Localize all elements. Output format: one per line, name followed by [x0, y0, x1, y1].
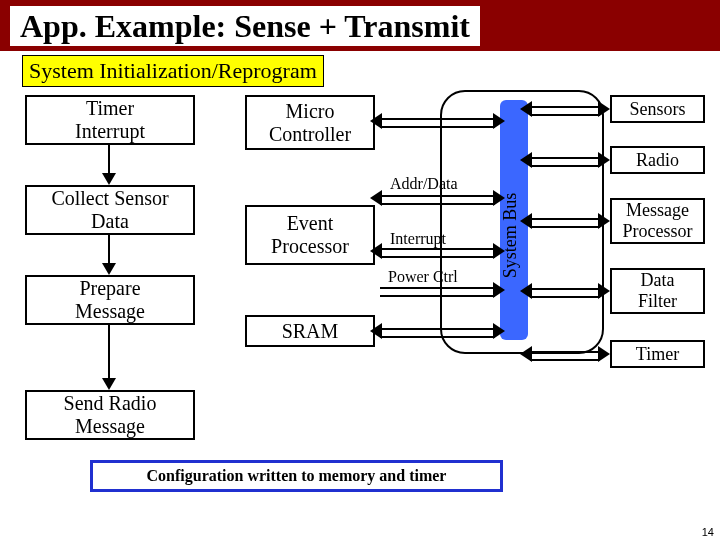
arrow-line	[108, 145, 110, 173]
arrow-left-icon	[370, 113, 382, 129]
arrow-left-icon	[520, 101, 532, 117]
block-timer: Timer	[610, 340, 705, 368]
arrow-right-icon	[493, 282, 505, 298]
label-interrupt: Interrupt	[390, 230, 446, 248]
arrow-right-icon	[493, 190, 505, 206]
bus-connector	[530, 157, 600, 167]
arrow-left-icon	[370, 243, 382, 259]
block-micro-controller: MicroController	[245, 95, 375, 150]
block-sram: SRAM	[245, 315, 375, 347]
label-addr-data: Addr/Data	[390, 175, 458, 193]
arrow-right-icon	[598, 152, 610, 168]
block-prepare-message: PrepareMessage	[25, 275, 195, 325]
bus-connector	[530, 351, 600, 361]
bus-connector	[380, 287, 495, 297]
arrow-down-icon	[102, 263, 116, 275]
arrow-left-icon	[520, 213, 532, 229]
bus-connector	[530, 106, 600, 116]
block-collect-sensor: Collect SensorData	[25, 185, 195, 235]
label-power-ctrl: Power Ctrl	[388, 268, 458, 286]
title-bar: App. Example: Sense + Transmit	[0, 0, 720, 51]
block-event-processor: EventProcessor	[245, 205, 375, 265]
bus-connector	[530, 288, 600, 298]
block-radio: Radio	[610, 146, 705, 174]
arrow-right-icon	[598, 346, 610, 362]
block-send-radio: Send RadioMessage	[25, 390, 195, 440]
arrow-line	[108, 325, 110, 378]
bus-connector	[530, 218, 600, 228]
page-number: 14	[702, 526, 714, 538]
block-msg-processor: MessageProcessor	[610, 198, 705, 244]
arrow-line	[108, 235, 110, 263]
arrow-right-icon	[598, 283, 610, 299]
title-underline	[0, 46, 720, 50]
arrow-left-icon	[520, 346, 532, 362]
arrow-left-icon	[520, 283, 532, 299]
block-sensors: Sensors	[610, 95, 705, 123]
arrow-right-icon	[493, 323, 505, 339]
bus-connector	[380, 248, 495, 258]
arrow-left-icon	[520, 152, 532, 168]
arrow-right-icon	[598, 213, 610, 229]
arrow-right-icon	[598, 101, 610, 117]
arrow-down-icon	[102, 378, 116, 390]
bus-connector	[380, 328, 495, 338]
diagram-stage: TimerInterrupt Collect SensorData Prepar…	[10, 90, 710, 520]
arrow-left-icon	[370, 323, 382, 339]
arrow-right-icon	[493, 113, 505, 129]
bus-connector	[380, 118, 495, 128]
block-data-filter: DataFilter	[610, 268, 705, 314]
bus-connector	[380, 195, 495, 205]
arrow-right-icon	[493, 243, 505, 259]
footer-note: Configuration written to memory and time…	[90, 460, 503, 492]
arrow-left-icon	[370, 190, 382, 206]
block-timer-interrupt: TimerInterrupt	[25, 95, 195, 145]
page-title: App. Example: Sense + Transmit	[10, 6, 480, 47]
arrow-down-icon	[102, 173, 116, 185]
subtitle: System Initialization/Reprogram	[22, 55, 324, 87]
